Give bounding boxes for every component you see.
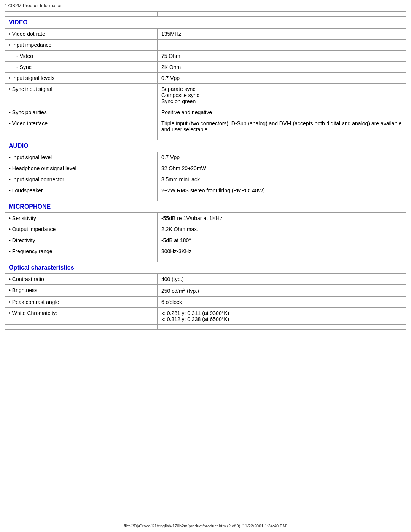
row-label: - Video [5, 51, 158, 62]
row-value: -5dB at 180° [157, 235, 406, 246]
row-value: Separate sync Composite sync Sync on gre… [157, 84, 406, 107]
row-label: - Sync [5, 62, 158, 73]
row-value: 300Hz-3KHz [157, 246, 406, 257]
row-label: • Sensitivity [5, 213, 158, 224]
row-value: x: 0.281 y: 0.311 (at 9300°K) x: 0.312 y… [157, 307, 406, 324]
table-row: • Input signal levels 0.7 Vpp [5, 73, 406, 84]
page-header: 170B2M Product Information [0, 0, 411, 10]
row-value: 3.5mm mini jack [157, 174, 406, 185]
row-value: Positive and negative [157, 107, 406, 118]
optical-section-header: Optical characteristics [5, 262, 406, 274]
row-value: 6 o'clock [157, 296, 406, 307]
row-label: • Contrast ratio: [5, 274, 158, 285]
video-section-header: VIDEO [5, 17, 406, 29]
row-value: 0.7 Vpp [157, 152, 406, 163]
row-value: 2K Ohm [157, 62, 406, 73]
microphone-title: MICROPHONE [9, 203, 51, 210]
row-label: • Video interface [5, 118, 158, 135]
spacer-row [5, 12, 406, 17]
row-value: 135MHz [157, 29, 406, 40]
row-value: 32 Ohm 20+20mW [157, 163, 406, 174]
row-label: • Frequency range [5, 246, 158, 257]
table-row: • Headphone out signal level 32 Ohm 20+2… [5, 163, 406, 174]
row-label: • Directivity [5, 235, 158, 246]
row-label: • White Chromatcity: [5, 307, 158, 324]
table-row: • Directivity -5dB at 180° [5, 235, 406, 246]
table-row: • Peak contrast angle 6 o'clock [5, 296, 406, 307]
table-row: • Input signal level 0.7 Vpp [5, 152, 406, 163]
row-label: • Input impedance [5, 40, 158, 51]
row-label: • Sync input signal [5, 84, 158, 107]
table-row: • White Chromatcity: x: 0.281 y: 0.311 (… [5, 307, 406, 324]
microphone-section-header: MICROPHONE [5, 201, 406, 213]
main-content-table: VIDEO • Video dot rate 135MHz • Input im… [5, 11, 406, 330]
table-row: • Video dot rate 135MHz [5, 29, 406, 40]
row-label: • Input signal levels [5, 73, 158, 84]
row-label: • Sync polarities [5, 107, 158, 118]
spacer-row [5, 196, 406, 201]
table-row: • Output impedance 2.2K Ohm max. [5, 224, 406, 235]
table-row: • Sensitivity -55dB re 1V/ubar at 1KHz [5, 213, 406, 224]
table-row: - Video 75 Ohm [5, 51, 406, 62]
row-value: 2+2W RMS stereo front firing (PMPO: 48W) [157, 185, 406, 196]
row-value: 2.2K Ohm max. [157, 224, 406, 235]
table-row: • Input signal connector 3.5mm mini jack [5, 174, 406, 185]
row-value [157, 40, 406, 51]
spacer-row-bottom [5, 324, 406, 329]
audio-title: AUDIO [9, 142, 29, 149]
page-footer: file:///D|/Grace/K1/english/170b2m/produ… [0, 524, 411, 528]
table-row: - Sync 2K Ohm [5, 62, 406, 73]
table-row: • Frequency range 300Hz-3KHz [5, 246, 406, 257]
table-row: • Brightness: 250 cd/m2 (typ.) [5, 285, 406, 297]
table-row: • Video interface Triple input (two conn… [5, 118, 406, 135]
row-label: • Input signal connector [5, 174, 158, 185]
row-label: • Input signal level [5, 152, 158, 163]
table-row: • Input impedance [5, 40, 406, 51]
spacer-row [5, 135, 406, 140]
row-label: • Peak contrast angle [5, 296, 158, 307]
audio-section-header: AUDIO [5, 140, 406, 152]
row-value: 0.7 Vpp [157, 73, 406, 84]
row-label: • Brightness: [5, 285, 158, 297]
row-value: 75 Ohm [157, 51, 406, 62]
row-value: 400 (typ.) [157, 274, 406, 285]
optical-title: Optical characteristics [9, 264, 74, 271]
video-title: VIDEO [9, 19, 28, 26]
table-row: • Contrast ratio: 400 (typ.) [5, 274, 406, 285]
row-label: • Headphone out signal level [5, 163, 158, 174]
row-value: Triple input (two connectors): D-Sub (an… [157, 118, 406, 135]
table-row: • Sync polarities Positive and negative [5, 107, 406, 118]
row-value: -55dB re 1V/ubar at 1KHz [157, 213, 406, 224]
table-row: • Loudspeaker 2+2W RMS stereo front firi… [5, 185, 406, 196]
table-row: • Sync input signal Separate sync Compos… [5, 84, 406, 107]
spacer-row [5, 257, 406, 262]
row-label: • Output impedance [5, 224, 158, 235]
row-value: 250 cd/m2 (typ.) [157, 285, 406, 297]
row-label: • Video dot rate [5, 29, 158, 40]
row-label: • Loudspeaker [5, 185, 158, 196]
